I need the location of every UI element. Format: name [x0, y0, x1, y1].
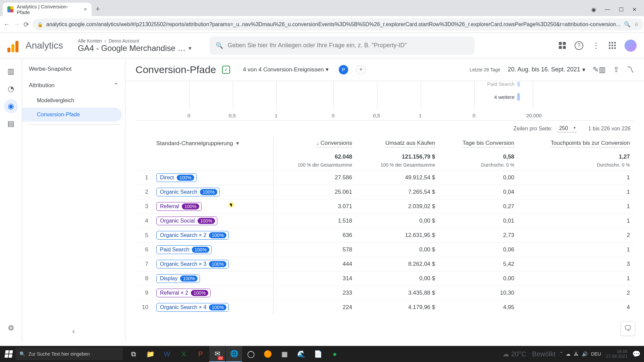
powerpoint-icon[interactable]: P [193, 346, 209, 362]
analytics-logo-icon[interactable] [7, 39, 21, 52]
table-row[interactable]: 7Organic Search × 3100%4448.262,04 $5,42… [136, 257, 634, 272]
language-indicator[interactable]: DEU [591, 351, 601, 357]
address-bar[interactable]: 🔒 analytics.google.com/analytics/web/#/p… [33, 18, 643, 31]
add-filter-button[interactable]: + [356, 65, 366, 74]
app-icon-2[interactable]: ▦ [276, 346, 292, 362]
spotify-icon[interactable]: ● [327, 346, 343, 362]
taskbar-clock[interactable]: 16:0517.09.2021 [606, 349, 628, 359]
row-revenue: 0,00 $ [356, 214, 439, 228]
date-preset-label: Letzte 28 Tage [470, 67, 500, 72]
reload-icon[interactable]: ⟳ [23, 19, 29, 30]
row-revenue: 0,00 $ [356, 243, 439, 257]
share-icon[interactable]: ⇪ [613, 65, 619, 74]
bookmark-icon[interactable]: ☆ [634, 21, 639, 27]
row-conversions: 233 [273, 286, 356, 300]
channel-chip: Organic Search × 3100% [156, 260, 229, 268]
forward-icon[interactable]: → [13, 19, 20, 30]
sidebar-item-conversion-paths[interactable]: Conversion-Pfade [22, 108, 122, 122]
account-avatar[interactable] [625, 40, 637, 52]
ga-search[interactable]: 🔍 [210, 37, 475, 55]
conversion-paths-table: Standard-Channelgruppierung ▾ Conversion… [136, 136, 634, 314]
table-row[interactable]: 9Referral × 2100%2333.435,88 $10,302 [136, 286, 634, 300]
table-row[interactable]: 3Referral100%3.0712.039,02 $0,271 [136, 199, 634, 214]
sidebar-collapse-icon[interactable]: ‹ [72, 327, 75, 336]
volume-icon[interactable]: 🔊 [582, 351, 588, 357]
settings-menu-icon[interactable]: ⋮ [592, 41, 600, 50]
close-window-icon[interactable]: ✕ [632, 6, 637, 13]
row-revenue: 2.039,02 $ [356, 199, 439, 214]
row-index: 7 [136, 257, 152, 272]
minimize-icon[interactable]: — [605, 6, 610, 13]
dimension-header[interactable]: Standard-Channelgruppierung ▾ [152, 136, 273, 150]
property-selector[interactable]: Alle Konten › Demo Account GA4 - Google … [78, 38, 191, 53]
obs-icon[interactable]: ◯ [243, 346, 259, 362]
table-row[interactable]: 5Organic Search × 2100%63612.631,95 $2,7… [136, 228, 634, 243]
sidebar-item-model-compare[interactable]: Modellvergleich [22, 94, 122, 108]
diamond-grid-icon[interactable] [559, 42, 566, 49]
sidebar-item-snapshot[interactable]: Werbe-Snapshot [22, 61, 125, 77]
system-tray[interactable]: ˄ ☁ 🖧 🔊 DEU [560, 351, 601, 357]
col-touchpoints[interactable]: Touchpoints bis zur Conversion [518, 136, 634, 150]
rail-home-icon[interactable]: ▥ [4, 64, 18, 78]
customize-report-icon[interactable]: ✎▥ [593, 65, 606, 74]
back-icon[interactable]: ← [3, 19, 10, 30]
filter-chip-p[interactable]: P [339, 65, 348, 74]
account-dot-icon[interactable]: ◉ [591, 6, 596, 13]
rows-per-page-select[interactable]: 250 [557, 125, 577, 132]
table-row[interactable]: 10Organic Search × 4100%2244.179,96 $4,9… [136, 300, 634, 315]
row-conversions: 224 [273, 300, 356, 315]
ga-search-input[interactable] [228, 42, 469, 49]
notifications-icon[interactable]: 💬 [632, 350, 641, 358]
excel-icon[interactable]: X [176, 346, 192, 362]
row-touchpoints: 1 [518, 185, 634, 199]
table-row[interactable]: 1Direct100%27.58649.912,54 $0,001 [136, 171, 634, 185]
sidebar-group-attribution[interactable]: Attribution ⌃ [22, 77, 125, 94]
tray-chevron-icon[interactable]: ˄ [560, 351, 562, 357]
rail-reports-icon[interactable]: ◔ [4, 82, 18, 96]
rail-admin-icon[interactable]: ⚙ [4, 321, 18, 335]
col-revenue[interactable]: Umsatz aus Käufen [356, 136, 439, 150]
rail-explore-icon[interactable]: ▤ [4, 117, 18, 131]
channel-chip: Direct100% [156, 173, 197, 182]
col-days[interactable]: Tage bis Conversion [439, 136, 518, 150]
network-icon[interactable]: 🖧 [574, 351, 579, 357]
onedrive-icon[interactable]: ☁ [566, 351, 571, 357]
taskbar-weather[interactable]: ☁ 20°C Bewölkt [502, 350, 555, 358]
conversion-events-selector[interactable]: 4 von 4 Conversion-Ereignissen▾ [243, 66, 329, 73]
maximize-icon[interactable]: ☐ [619, 6, 624, 13]
row-index: 6 [136, 243, 152, 257]
date-range-selector[interactable]: 20. Aug. bis 16. Sept. 2021▾ [508, 66, 585, 73]
report-sidebar: Werbe-Snapshot Attribution ⌃ Modellvergl… [22, 58, 125, 342]
word-icon[interactable]: W [159, 346, 175, 362]
new-tab-button[interactable]: + [92, 5, 104, 16]
tab-close-icon[interactable]: × [84, 6, 87, 12]
row-days: 0,00 [439, 272, 518, 286]
chrome-icon[interactable]: 🌐 [226, 346, 242, 362]
help-icon[interactable]: ? [575, 41, 583, 50]
table-row[interactable]: 4Organic Social100%1.5180,00 $0,011 [136, 214, 634, 228]
start-button[interactable] [2, 347, 15, 361]
feedback-button[interactable]: 🗨 [621, 321, 635, 336]
task-view-icon[interactable]: ⧉ [125, 346, 142, 362]
mail-icon[interactable]: ✉22 [209, 346, 225, 362]
chevron-down-icon: ▾ [326, 66, 329, 73]
row-conversions: 1.518 [273, 214, 356, 228]
rail-advertising-icon[interactable]: ◉ [4, 99, 18, 113]
zoom-icon[interactable]: 🔍 [624, 21, 631, 27]
table-row[interactable]: 2Organic Search100%25.0617.265,54 $0,041 [136, 185, 634, 199]
google-apps-icon[interactable] [609, 42, 616, 49]
explorer-icon[interactable]: 📁 [142, 346, 158, 362]
browser-tab[interactable]: Analytics | Conversion-Pfade × [3, 3, 92, 16]
app-icon-1[interactable]: 🟠 [260, 346, 276, 362]
notepad-icon[interactable]: 📄 [310, 346, 326, 362]
col-conversions[interactable]: Conversions [273, 136, 356, 150]
table-row[interactable]: 8Display100%3140,00 $0,001 [136, 272, 634, 286]
table-row[interactable]: 6Paid Search100%5780,00 $0,061 [136, 243, 634, 257]
row-revenue: 7.265,54 $ [356, 185, 439, 199]
insights-icon[interactable]: 〽 [627, 65, 634, 74]
channel-chip: Referral100% [156, 202, 202, 211]
tab-strip: Analytics | Conversion-Pfade × + ◉ — ☐ ✕ [0, 0, 644, 16]
taskbar-search[interactable]: 🔍 Zur Suche Text hier eingeben [15, 348, 123, 360]
edge-icon[interactable]: 🌊 [293, 346, 309, 362]
status-check-icon[interactable]: ✓ [222, 66, 230, 74]
